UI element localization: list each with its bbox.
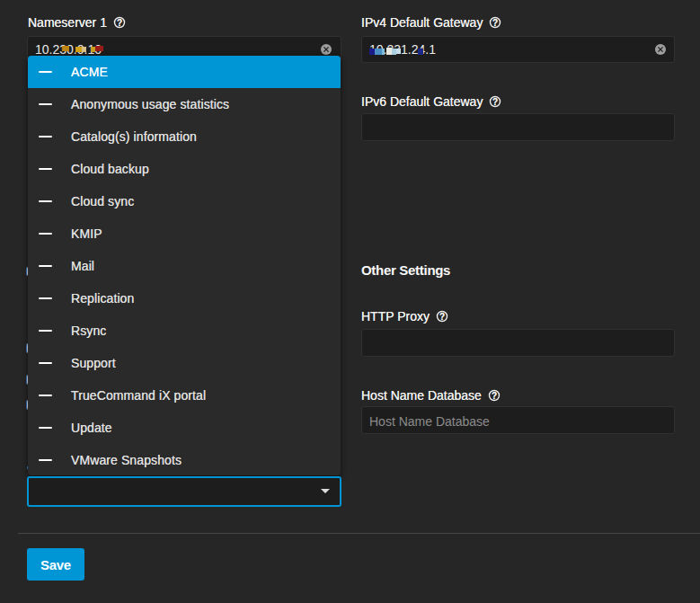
svg-text:?: ?	[439, 312, 445, 322]
svg-text:?: ?	[492, 97, 498, 107]
svg-text:?: ?	[492, 391, 497, 401]
svg-text:?: ?	[117, 18, 122, 28]
svg-text:?: ?	[492, 18, 498, 28]
